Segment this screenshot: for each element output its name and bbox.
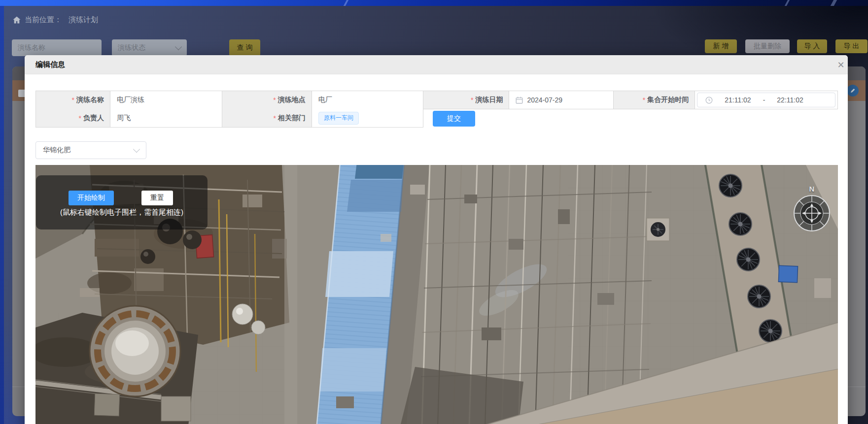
drill-date-value: 2024-07-29 [527,96,562,104]
leader-label-text: 负责人 [83,114,104,123]
time-start-value[interactable]: 21:11:02 [725,96,751,104]
add-button[interactable]: 新 增 [705,39,737,53]
accent-streak [344,0,348,6]
drill-date-label-text: 演练日期 [475,96,503,104]
assembly-time-label-text: 集合开始时间 [647,96,689,104]
drill-name-placeholder: 演练名称 [18,43,45,52]
form-row-2: * 负责人 周飞 * 相关部门 原料一车间 [35,109,423,128]
accent-streak [785,0,790,6]
drill-date-field[interactable]: 2024-07-29 [509,91,614,109]
query-button[interactable]: 查 询 [229,39,260,56]
dialog-title: 编辑信息 [35,55,65,74]
time-range-picker[interactable]: 21:11:02 - 22:11:02 [697,93,835,107]
export-button-label: 导 出 [844,42,860,51]
top-accent-bar [0,0,868,6]
calendar-icon [516,97,523,104]
required-mark: * [79,114,81,122]
satellite-map[interactable]: 开始绘制 重置 (鼠标右键绘制电子围栏，需首尾相连) N [35,165,838,424]
required-mark: * [71,96,74,104]
department-tag: 原料一车间 [318,112,359,125]
page-background-left-edge [0,6,4,424]
department-label-text: 相关部门 [278,114,306,123]
assembly-time-field: 21:11:02 - 22:11:02 [695,91,838,109]
time-separator: - [763,96,765,104]
assembly-time-label: * 集合开始时间 [614,91,695,109]
drill-location-field[interactable]: 电厂 [312,91,423,109]
required-mark: * [643,96,645,104]
compass-icon [792,194,832,233]
drill-location-label-text: 演练地点 [278,96,306,104]
required-mark: * [273,96,276,104]
draw-tool-panel: 开始绘制 重置 (鼠标右键绘制电子围栏，需首尾相连) [36,175,208,229]
batch-delete-label: 批量删除 [754,42,781,51]
drill-plan-page: 当前位置： 演练计划 演练名称 演练状态 查 询 新 增 批量删除 导 入 导 … [0,0,868,424]
leader-field[interactable]: 周飞 [110,109,222,128]
accent-streak [831,0,837,6]
compass-north-label: N [809,185,815,194]
drill-name-value: 电厂演练 [117,96,144,104]
import-button-label: 导 入 [804,42,820,51]
required-mark: * [471,96,473,104]
department-label: * 相关部门 [222,109,312,128]
start-draw-label: 开始绘制 [77,194,105,202]
drill-name-field[interactable]: 电厂演练 [110,91,222,109]
submit-button-label: 提交 [447,114,461,123]
breadcrumb-prefix: 当前位置： [25,15,62,25]
chevron-down-icon [175,43,182,50]
site-select[interactable]: 华锦化肥 [35,141,146,159]
leader-value: 周飞 [117,114,131,123]
row-edit-button[interactable] [847,85,859,97]
query-button-label: 查 询 [237,43,253,52]
required-mark: * [274,114,276,122]
map-compass[interactable]: N [792,185,832,233]
edit-info-dialog: 编辑信息 ✕ * 演练名称 电厂演练 * 演练地点 电厂 * 演练日期 [25,55,848,424]
batch-delete-button[interactable]: 批量删除 [745,39,790,53]
drill-status-select[interactable]: 演练状态 [112,39,187,56]
breadcrumb: 当前位置： 演练计划 [13,15,98,25]
pencil-icon [847,85,859,97]
site-select-value: 华锦化肥 [43,146,70,155]
chevron-down-icon [133,145,140,152]
dialog-header: 编辑信息 ✕ [25,55,848,74]
drill-name-label: * 演练名称 [36,91,110,109]
home-icon [13,16,21,24]
drill-name-label-text: 演练名称 [76,96,104,104]
time-end-value[interactable]: 22:11:02 [777,96,803,104]
close-icon[interactable]: ✕ [835,60,846,70]
department-field[interactable]: 原料一车间 [312,109,423,128]
draw-hint-text: (鼠标右键绘制电子围栏，需首尾相连) [36,208,208,217]
drill-location-label: * 演练地点 [222,91,312,109]
import-button[interactable]: 导 入 [797,39,827,53]
drill-location-value: 电厂 [318,96,332,104]
clock-icon [705,97,713,104]
drill-status-placeholder: 演练状态 [118,43,145,52]
drill-name-input[interactable]: 演练名称 [12,39,102,56]
form-row-1: * 演练名称 电厂演练 * 演练地点 电厂 * 演练日期 [35,91,838,109]
submit-button[interactable]: 提交 [433,111,475,127]
drill-date-label: * 演练日期 [423,91,510,109]
add-button-label: 新 增 [713,42,729,51]
reset-draw-label: 重置 [150,194,164,202]
reset-draw-button[interactable]: 重置 [141,191,173,205]
export-button[interactable]: 导 出 [835,39,868,53]
leader-label: * 负责人 [36,109,110,128]
start-draw-button[interactable]: 开始绘制 [69,191,114,205]
breadcrumb-current: 演练计划 [69,15,98,25]
